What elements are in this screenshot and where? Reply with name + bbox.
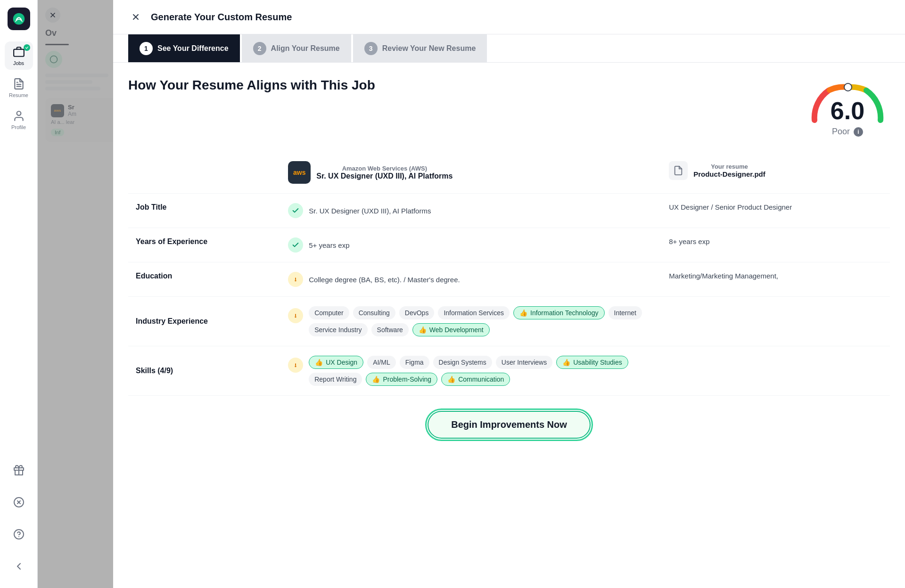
- sidebar-profile-label: Profile: [11, 124, 26, 130]
- status-badge-orange-2: [288, 308, 303, 323]
- svg-point-19: [296, 280, 296, 281]
- table-row: Education College degree (BA, BS, etc). …: [128, 262, 890, 297]
- job-title-job-value: Sr. UX Designer (UXD III), AI Platforms: [309, 207, 431, 215]
- sidebar-item-back[interactable]: [5, 552, 33, 580]
- step-3-label: Review Your New Resume: [382, 44, 476, 53]
- resume-file-icon: [669, 161, 688, 180]
- step-1-label: See Your Difference: [157, 44, 229, 53]
- thumbs-up-icon-3: 👍: [315, 359, 323, 366]
- tag-info-technology: 👍 Information Technology: [513, 306, 605, 319]
- modal-close-button[interactable]: [128, 9, 143, 24]
- jobs-badge: [24, 44, 30, 51]
- page-title: How Your Resume Aligns with This Job: [128, 78, 375, 93]
- job-title-header: Sr. UX Designer (UXD III), AI Platforms: [316, 172, 452, 180]
- skills-status: 👍 UX Design AI/ML Figma Design Systems U…: [288, 356, 654, 386]
- score-gauge: 6.0 Poor i: [805, 78, 890, 137]
- years-exp-resume-value: 8+ years exp: [669, 237, 709, 245]
- tag-design-systems: Design Systems: [433, 356, 492, 369]
- row-label-education: Education: [136, 272, 172, 280]
- modal-body: How Your Resume Aligns with This Job: [113, 63, 905, 588]
- sidebar-item-help[interactable]: [5, 520, 33, 548]
- step-1[interactable]: 1 See Your Difference: [128, 34, 240, 62]
- resume-icon: [12, 77, 25, 90]
- svg-point-17: [844, 83, 852, 91]
- svg-rect-1: [14, 49, 24, 57]
- profile-icon: [12, 109, 25, 122]
- comparison-table: aws Amazon Web Services (AWS) Sr. UX Des…: [128, 152, 890, 396]
- tag-web-development: 👍 Web Development: [412, 323, 490, 336]
- education-status: College degree (BA, BS, etc). / Master's…: [288, 272, 654, 287]
- sidebar-item-gift[interactable]: [5, 456, 33, 484]
- job-title-status: Sr. UX Designer (UXD III), AI Platforms: [288, 203, 654, 218]
- sidebar-item-x[interactable]: [5, 488, 33, 516]
- step-2-label: Align Your Resume: [271, 44, 340, 53]
- modal-header: Generate Your Custom Resume: [113, 0, 905, 34]
- table-row: Job Title Sr. UX Designer (UXD III), AI …: [128, 194, 890, 228]
- gauge-info-icon[interactable]: i: [854, 127, 863, 137]
- tag-aiml: AI/ML: [367, 356, 396, 369]
- tag-devops: DevOps: [399, 306, 435, 319]
- sidebar-item-resume[interactable]: Resume: [5, 74, 33, 102]
- table-row: Years of Experience 5+ years exp: [128, 228, 890, 262]
- gauge-score: 6.0: [831, 97, 864, 125]
- education-resume-value: Marketing/Marketing Management,: [669, 272, 778, 280]
- education-job-value: College degree (BA, BS, etc). / Master's…: [309, 276, 460, 284]
- logo: [8, 8, 30, 30]
- tag-consulting: Consulting: [353, 306, 395, 319]
- tag-problem-solving: 👍 Problem-Solving: [366, 373, 437, 386]
- aws-logo: aws: [288, 161, 311, 184]
- cta-row: Begin Improvements Now: [128, 396, 890, 446]
- thumbs-up-icon-4: 👍: [562, 359, 570, 366]
- job-title-resume-value: UX Designer / Senior Product Designer: [669, 203, 792, 211]
- industry-tags: Computer Consulting DevOps Information S…: [309, 306, 654, 336]
- status-badge-green-2: [288, 237, 303, 253]
- row-label-industry-exp: Industry Experience: [136, 317, 208, 325]
- gift-icon: [12, 464, 25, 477]
- help-icon: [12, 528, 25, 541]
- svg-point-21: [296, 317, 296, 317]
- step-3[interactable]: 3 Review Your New Resume: [353, 34, 487, 62]
- company-name: Amazon Web Services (AWS): [316, 165, 452, 172]
- tag-user-interviews: User Interviews: [496, 356, 552, 369]
- tag-communication: 👍 Communication: [441, 373, 510, 386]
- steps-bar: 1 See Your Difference 2 Align Your Resum…: [113, 34, 905, 63]
- tag-info-services: Information Services: [438, 306, 510, 319]
- col-header-resume: Your resume Product-Designer.pdf: [661, 152, 890, 194]
- step-2[interactable]: 2 Align Your Resume: [242, 34, 351, 62]
- row-label-job-title: Job Title: [136, 203, 167, 211]
- back-icon: [12, 560, 25, 573]
- step-3-number: 3: [364, 42, 378, 55]
- begin-improvements-button[interactable]: Begin Improvements Now: [428, 411, 591, 439]
- sidebar-bottom: [5, 456, 33, 580]
- tag-computer: Computer: [309, 306, 349, 319]
- row-label-years-exp: Years of Experience: [136, 237, 207, 245]
- skills-resume-value: [661, 346, 890, 396]
- main-area: Ov aws Sr Am: [38, 0, 905, 588]
- step-2-number: 2: [253, 42, 266, 55]
- table-row: Skills (4/9): [128, 346, 890, 396]
- thumbs-up-icon-6: 👍: [447, 376, 455, 383]
- sidebar: Jobs Resume Profile: [0, 0, 38, 588]
- gauge-label: Poor: [832, 127, 850, 137]
- modal: Generate Your Custom Resume 1 See Your D…: [113, 0, 905, 588]
- thumbs-up-icon: 👍: [519, 309, 527, 317]
- status-badge-orange-3: [288, 358, 303, 373]
- sidebar-item-profile[interactable]: Profile: [5, 106, 33, 134]
- resume-filename: Product-Designer.pdf: [693, 170, 765, 178]
- tag-usability-studies: 👍 Usability Studies: [556, 356, 628, 369]
- skills-tags: 👍 UX Design AI/ML Figma Design Systems U…: [309, 356, 654, 386]
- tag-figma: Figma: [400, 356, 429, 369]
- sidebar-resume-label: Resume: [9, 92, 28, 98]
- job-header: aws Amazon Web Services (AWS) Sr. UX Des…: [288, 161, 654, 184]
- tag-software: Software: [371, 323, 409, 336]
- thumbs-up-icon-2: 👍: [419, 326, 427, 334]
- gauge-svg-container: 6.0: [805, 78, 890, 125]
- industry-exp-status: Computer Consulting DevOps Information S…: [288, 306, 654, 336]
- content-header-row: How Your Resume Aligns with This Job: [128, 78, 890, 137]
- tag-report-writing: Report Writing: [309, 373, 362, 386]
- tag-service-industry: Service Industry: [309, 323, 367, 336]
- row-label-skills: Skills (4/9): [136, 367, 173, 375]
- sidebar-item-jobs[interactable]: Jobs: [5, 41, 33, 70]
- years-exp-status: 5+ years exp: [288, 237, 654, 253]
- x-icon: [12, 496, 25, 509]
